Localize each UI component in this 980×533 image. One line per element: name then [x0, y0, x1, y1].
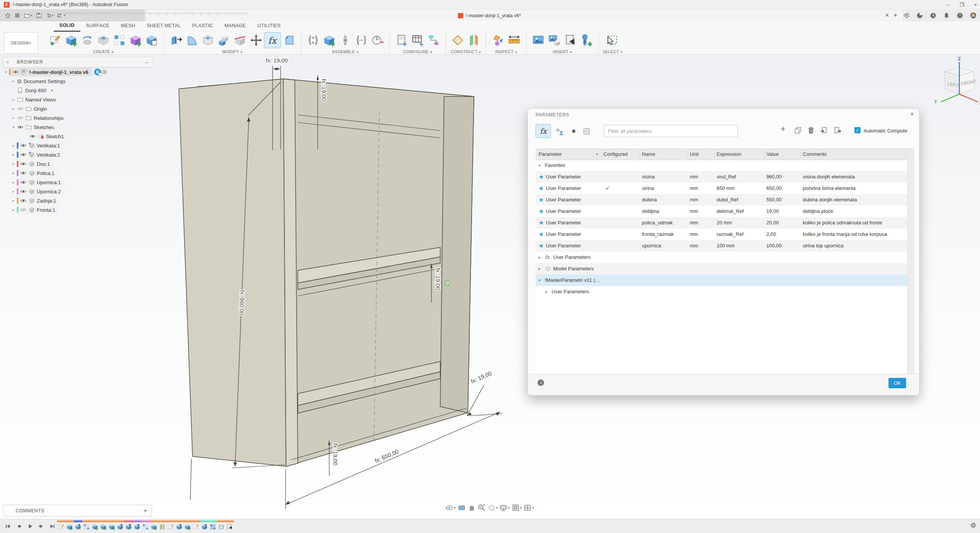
activate-component-icon[interactable]	[101, 69, 108, 75]
tab-plastic[interactable]: PLASTIC	[186, 21, 219, 31]
chevron-right-icon[interactable]: ▸	[11, 171, 16, 175]
timeline-step-forward-button[interactable]	[37, 522, 45, 530]
chevron-down-icon[interactable]: ▾	[539, 275, 541, 286]
timeline-step-back-button[interactable]	[15, 522, 23, 530]
column-header-name[interactable]: Name	[642, 149, 655, 160]
browser-item-vertikala-2[interactable]: ▸Vertikala:2	[3, 150, 152, 159]
qat-home[interactable]	[4, 11, 12, 20]
favorite-star-icon[interactable]: ★	[539, 240, 544, 252]
delete-button[interactable]	[807, 126, 815, 134]
joint-button[interactable]	[305, 33, 321, 48]
visibility-icon[interactable]	[20, 197, 27, 204]
favorites-group-row[interactable]: ▾Favorites	[536, 160, 908, 171]
visibility-icon[interactable]	[20, 151, 27, 158]
cell-configured-check[interactable]: ✓	[606, 183, 610, 194]
qat-save[interactable]	[35, 11, 43, 20]
insert-derive-button[interactable]	[562, 33, 578, 48]
browser-item-document-settings[interactable]: ▸⚙Document Settings	[3, 77, 152, 86]
parameter-row-dubina[interactable]: ★User Parameterdubinammdubd_Ref550,00dub…	[536, 194, 908, 206]
visibility-icon[interactable]	[20, 179, 27, 186]
group-row-3[interactable]: ▾!MasterParametri v11 (…	[536, 275, 908, 286]
visibility-icon[interactable]	[20, 160, 27, 167]
assemble-group-label[interactable]: ASSEMBLE ▾	[332, 49, 358, 54]
insert-group-label[interactable]: INSERT ▾	[553, 49, 572, 54]
ok-button[interactable]: OK	[889, 378, 906, 388]
tabstrip-extensions[interactable]	[902, 11, 911, 20]
browser-item-named-views[interactable]: ▸Named Views	[3, 95, 152, 104]
design-menu-button[interactable]: DESIGN ▾	[4, 32, 38, 54]
chevron-right-icon[interactable]: ▸	[539, 263, 541, 275]
visibility-icon[interactable]	[17, 105, 24, 112]
chevron-right-icon[interactable]: ▸	[11, 79, 16, 83]
comments-bar[interactable]: COMMENTS +	[3, 505, 152, 517]
browser-item-origin[interactable]: ▸Origin	[3, 104, 152, 113]
browser-item-sketch1[interactable]: Sketch1	[3, 132, 152, 141]
nav-fit[interactable]: ▾	[487, 503, 498, 512]
configure-group-label[interactable]: CONFIGURE ▾	[403, 49, 432, 54]
configuration-table-button[interactable]	[410, 33, 426, 48]
nav-display-settings[interactable]: ▾	[499, 503, 510, 512]
parameter-row-polica_odmak[interactable]: ★User Parameterpolica_odmakmm20 mm20,00k…	[536, 217, 908, 229]
timeline-feature-7[interactable]	[108, 520, 116, 532]
create-sketch-button[interactable]	[47, 33, 63, 48]
move-copy-button[interactable]	[248, 33, 264, 48]
select-group-label[interactable]: SELECT ▾	[603, 49, 622, 54]
browser-item-donji-650[interactable]: Donji 650▾	[3, 86, 152, 95]
tabstrip-help[interactable]: ?	[956, 11, 964, 20]
browser-item-upornica-2[interactable]: ▸Upornica:2	[3, 187, 152, 196]
qat-redo[interactable]: ▾	[56, 11, 66, 20]
timeline-feature-13[interactable]	[158, 520, 166, 532]
favorite-star-icon[interactable]: ★	[539, 171, 544, 183]
press-pull-button[interactable]	[168, 33, 184, 48]
chevron-right-icon[interactable]: ▸	[539, 252, 541, 263]
tabstrip-version-history[interactable]	[929, 11, 938, 20]
insert-image-button[interactable]	[530, 33, 546, 48]
browser-item-sketches[interactable]: ▾Sketches	[3, 123, 152, 132]
sort-icon[interactable]: ▾	[596, 149, 598, 160]
timeline-feature-21[interactable]	[226, 520, 234, 532]
new-configuration-button[interactable]	[394, 33, 410, 48]
shell-button[interactable]	[200, 33, 216, 48]
construction-plane-button[interactable]	[450, 33, 466, 48]
import-csv-button[interactable]	[820, 126, 828, 134]
visibility-icon[interactable]	[17, 124, 24, 131]
as-built-joint-button[interactable]	[353, 33, 369, 48]
nav-orbit[interactable]: ▾	[445, 503, 456, 512]
chevron-right-icon[interactable]: ▸	[11, 180, 16, 184]
close-tab-icon[interactable]: ×	[885, 11, 889, 19]
timeline-feature-20[interactable]	[217, 520, 225, 532]
chevron-right-icon[interactable]: ▸	[546, 286, 547, 298]
parameter-row-sirina[interactable]: ★User Parameter✓sirinamm650 mm650,00poče…	[536, 183, 908, 194]
collaborator-badge[interactable]: B	[94, 69, 101, 75]
tabstrip-notifications[interactable]	[942, 11, 951, 20]
visibility-icon[interactable]	[20, 142, 27, 149]
timeline-feature-2[interactable]	[66, 520, 74, 532]
browser-header[interactable]: « BROWSER –	[3, 57, 152, 67]
favorite-star-icon[interactable]: ★	[539, 217, 544, 229]
table-scrollbar[interactable]	[907, 149, 915, 374]
chevron-right-icon[interactable]: ▸	[11, 107, 16, 111]
parameter-row-debljina[interactable]: ★User Parameterdebljinammdebmat_Ref19,00…	[536, 206, 908, 217]
user-parameters-filter-button[interactable]: fx	[536, 124, 551, 138]
nav-look-at[interactable]	[457, 503, 466, 512]
timeline-skip-start-button[interactable]	[4, 522, 12, 530]
browser-item-vertikala-1[interactable]: ▸Vertikala:1	[3, 141, 152, 150]
motion-study-button[interactable]	[369, 33, 385, 48]
add-parameter-button[interactable]: +	[781, 125, 786, 133]
revolve-button[interactable]	[79, 33, 95, 48]
dialog-expr-toggle[interactable]	[582, 127, 591, 136]
chevron-right-icon[interactable]: ▸	[11, 199, 16, 203]
combine-button[interactable]	[216, 33, 232, 48]
timeline-play-button[interactable]	[26, 522, 34, 530]
split-body-button[interactable]	[232, 33, 248, 48]
timeline-feature-5[interactable]	[91, 520, 99, 532]
section-analysis-button[interactable]	[506, 33, 522, 48]
column-header-expression[interactable]: Expression	[717, 149, 741, 160]
nav-pan[interactable]	[467, 503, 476, 512]
chevron-right-icon[interactable]: ▸	[11, 162, 16, 166]
chevron-right-icon[interactable]: ▸	[11, 208, 16, 212]
column-header-unit[interactable]: Unit	[690, 149, 699, 160]
paste-new-button[interactable]	[144, 33, 160, 48]
parameter-row-upornica[interactable]: ★User Parameterupornicamm100 mm100,00sir…	[536, 240, 908, 252]
visibility-icon[interactable]	[29, 133, 36, 140]
